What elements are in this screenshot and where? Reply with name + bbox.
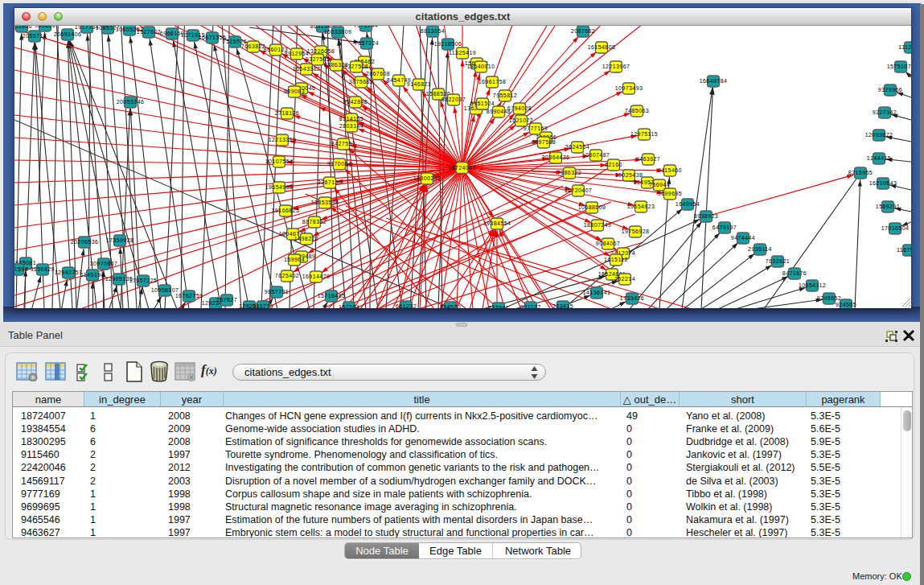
- svg-text:15751074: 15751074: [887, 64, 911, 69]
- svg-text:9115460: 9115460: [658, 167, 682, 173]
- svg-text:9170084: 9170084: [327, 161, 351, 167]
- svg-text:13353594: 13353594: [311, 200, 339, 205]
- svg-text:9327505: 9327505: [306, 56, 330, 62]
- svg-text:9245652: 9245652: [817, 295, 841, 301]
- svg-text:10688609: 10688609: [578, 204, 606, 210]
- svg-text:7386322: 7386322: [557, 170, 581, 175]
- svg-text:8938923: 8938923: [694, 213, 718, 219]
- svg-text:2935114: 2935114: [748, 246, 772, 252]
- svg-text:15716485: 15716485: [318, 293, 346, 299]
- svg-text:935826: 935826: [35, 26, 55, 28]
- svg-text:7955812: 7955812: [493, 93, 517, 98]
- svg-text:16543382: 16543382: [293, 66, 321, 72]
- svg-text:20206536: 20206536: [71, 239, 99, 245]
- svg-text:12213319: 12213319: [269, 137, 297, 142]
- svg-text:8215955: 8215955: [848, 170, 873, 175]
- svg-text:10958107: 10958107: [151, 287, 179, 293]
- svg-text:9329966: 9329966: [878, 87, 902, 93]
- svg-text:30975867: 30975867: [90, 261, 118, 266]
- svg-text:7625402: 7625402: [275, 273, 299, 278]
- svg-text:9699695: 9699695: [658, 191, 682, 196]
- svg-text:6479197: 6479197: [713, 225, 737, 230]
- svg-text:8427552: 8427552: [331, 141, 355, 146]
- svg-text:2055712: 2055712: [23, 33, 47, 39]
- svg-text:9474444: 9474444: [731, 235, 755, 241]
- svg-text:5151524: 5151524: [470, 101, 495, 106]
- svg-text:9463627: 9463627: [636, 156, 660, 162]
- svg-text:9084067: 9084067: [596, 241, 620, 246]
- svg-text:1145194: 1145194: [80, 272, 105, 278]
- svg-text:19166825: 19166825: [272, 208, 300, 213]
- svg-text:989083: 989083: [284, 89, 305, 94]
- svg-text:8813054: 8813054: [421, 28, 445, 34]
- svg-text:10025438: 10025438: [615, 172, 643, 178]
- svg-text:9227342: 9227342: [873, 109, 897, 115]
- svg-text:16210643: 16210643: [869, 180, 897, 186]
- svg-text:9327508: 9327508: [344, 64, 368, 69]
- svg-text:661232: 661232: [396, 303, 417, 308]
- svg-text:8912954: 8912954: [285, 51, 309, 56]
- svg-text:1640954: 1640954: [676, 201, 700, 207]
- svg-text:20691406: 20691406: [54, 31, 82, 37]
- svg-text:8822037: 8822037: [441, 97, 466, 102]
- svg-text:8471676: 8471676: [782, 270, 807, 276]
- svg-text:3267130: 3267130: [318, 179, 342, 185]
- svg-text:17016504: 17016504: [881, 225, 910, 231]
- svg-text:252214: 252214: [614, 276, 635, 282]
- svg-text:62160: 62160: [605, 162, 622, 167]
- svg-text:2087682: 2087682: [571, 28, 595, 34]
- svg-text:16961758: 16961758: [478, 79, 507, 84]
- svg-text:14136141: 14136141: [583, 290, 611, 295]
- svg-text:1527602: 1527602: [137, 29, 161, 35]
- svg-text:921122: 921122: [520, 304, 541, 308]
- svg-text:203906: 203906: [14, 26, 32, 29]
- svg-text:985779: 985779: [253, 303, 273, 308]
- svg-text:12093872: 12093872: [865, 132, 893, 138]
- svg-text:9857791: 9857791: [265, 289, 289, 295]
- svg-text:12213967: 12213967: [602, 64, 630, 69]
- svg-text:8878332: 8878332: [302, 219, 326, 225]
- svg-text:1498222: 1498222: [294, 236, 318, 241]
- svg-text:20053346: 20053346: [117, 99, 145, 105]
- svg-text:12942757: 12942757: [55, 270, 83, 275]
- svg-text:7632621: 7632621: [766, 258, 790, 264]
- svg-text:19384554: 19384554: [483, 220, 511, 226]
- svg-text:10973493: 10973493: [615, 85, 643, 91]
- svg-text:7857224: 7857224: [355, 40, 379, 46]
- svg-text:18807249: 18807249: [584, 222, 612, 228]
- svg-text:391594: 391594: [14, 266, 28, 272]
- svg-text:3875685: 3875685: [349, 79, 373, 84]
- svg-text:19756928: 19756928: [622, 229, 650, 234]
- svg-text:1156829: 1156829: [31, 266, 55, 272]
- svg-text:19654983: 19654983: [265, 184, 294, 190]
- svg-text:772341: 772341: [488, 305, 509, 308]
- svg-text:18724007: 18724007: [448, 165, 476, 171]
- svg-text:756944: 756944: [649, 182, 670, 187]
- svg-text:18640910: 18640910: [467, 64, 495, 69]
- svg-text:20364436: 20364436: [542, 154, 570, 160]
- svg-text:159964: 159964: [284, 257, 305, 262]
- svg-text:18300295: 18300295: [413, 175, 441, 181]
- svg-text:16154808: 16154808: [588, 44, 616, 50]
- svg-text:167827: 167827: [216, 297, 237, 303]
- svg-text:16033809: 16033809: [324, 29, 352, 35]
- svg-text:10807487: 10807487: [582, 152, 610, 158]
- svg-text:1569291: 1569291: [876, 204, 900, 209]
- svg-text:1112548: 1112548: [898, 44, 911, 50]
- svg-text:2867608: 2867608: [366, 71, 390, 76]
- svg-text:1733426: 1733426: [620, 295, 644, 301]
- svg-text:11325419: 11325419: [449, 50, 476, 56]
- svg-text:16914479: 16914479: [302, 274, 331, 279]
- svg-text:6794028: 6794028: [507, 105, 532, 111]
- svg-text:12975115: 12975115: [630, 131, 658, 137]
- svg-text:3624554: 3624554: [565, 144, 589, 150]
- svg-text:17957225: 17957225: [129, 278, 158, 283]
- svg-text:884520: 884520: [440, 304, 461, 308]
- svg-text:7485063: 7485063: [625, 108, 649, 113]
- svg-text:1167533: 1167533: [897, 247, 911, 253]
- svg-text:1244415: 1244415: [867, 155, 891, 161]
- svg-text:16782759: 16782759: [175, 293, 203, 299]
- svg-text:1621072: 1621072: [509, 117, 533, 123]
- svg-text:15720407: 15720407: [565, 187, 593, 193]
- svg-text:6497568: 6497568: [532, 139, 556, 145]
